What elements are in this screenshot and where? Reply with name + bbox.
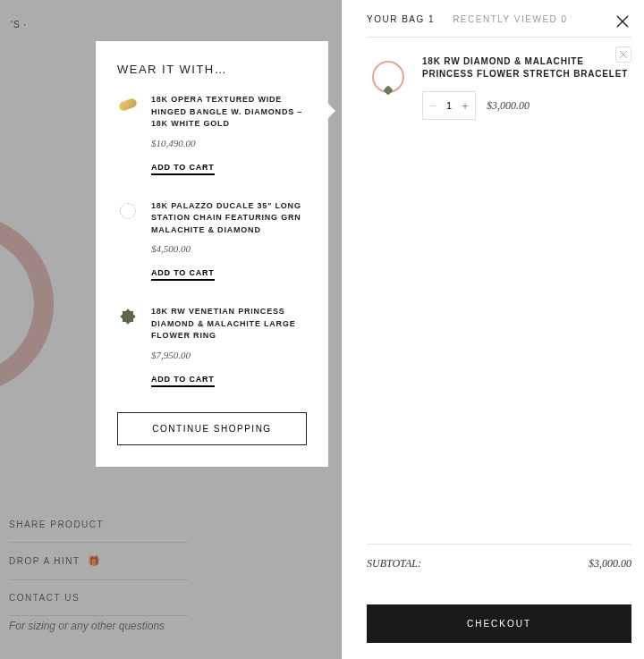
recommendation-thumb xyxy=(117,200,139,222)
wear-it-with-modal: WEAR IT WITH… 18K OPERA TEXTURED WIDE HI… xyxy=(96,41,328,467)
cart-footer: SUBTOTAL: $3,000.00 CHECKOUT xyxy=(367,544,631,643)
flower-ring-icon xyxy=(121,309,136,325)
recommendation-price: $7,950.00 xyxy=(151,350,307,360)
tab-bag-label: YOUR BAG xyxy=(367,14,425,24)
recommendation-thumb xyxy=(117,306,139,327)
modal-arrow xyxy=(328,104,335,118)
cart-drawer: YOUR BAG 1 RECENTLY VIEWED 0 18K RW DIAM… xyxy=(342,0,644,659)
tab-recently-viewed[interactable]: RECENTLY VIEWED 0 xyxy=(453,14,568,26)
cart-item-name: 18K RW DIAMOND & MALACHITE PRINCESS FLOW… xyxy=(422,55,631,80)
recommendation-item: 18K PALAZZO DUCALE 35" LONG STATION CHAI… xyxy=(117,200,307,282)
recommendation-item: 18K RW VENETIAN PRINCESS DIAMOND & MALAC… xyxy=(117,306,307,387)
modal-title: WEAR IT WITH… xyxy=(117,63,307,76)
add-to-cart-button[interactable]: ADD TO CART xyxy=(151,163,215,175)
close-cart-button[interactable] xyxy=(614,13,631,30)
close-icon xyxy=(620,51,627,58)
recommendation-name: 18K PALAZZO DUCALE 35" LONG STATION CHAI… xyxy=(151,200,307,237)
recommendation-thumb xyxy=(117,94,139,115)
tab-your-bag[interactable]: YOUR BAG 1 xyxy=(367,14,435,26)
tab-recent-label: RECENTLY VIEWED xyxy=(453,14,557,24)
remove-item-button[interactable] xyxy=(615,46,631,63)
bangle-icon xyxy=(118,97,138,112)
subtotal-label: SUBTOTAL: xyxy=(367,557,421,570)
recommendation-name: 18K RW VENETIAN PRINCESS DIAMOND & MALAC… xyxy=(151,306,307,342)
add-to-cart-button[interactable]: ADD TO CART xyxy=(151,375,215,387)
quantity-stepper: − 1 + xyxy=(422,91,476,120)
recommendation-item: 18K OPERA TEXTURED WIDE HINGED BANGLE W.… xyxy=(117,94,307,175)
cart-line-item: 18K RW DIAMOND & MALACHITE PRINCESS FLOW… xyxy=(367,38,631,138)
recommendation-name: 18K OPERA TEXTURED WIDE HINGED BANGLE W.… xyxy=(151,94,307,131)
cart-item-price: $3,000.00 xyxy=(487,99,530,113)
close-icon xyxy=(616,15,629,28)
cart-tabs: YOUR BAG 1 RECENTLY VIEWED 0 xyxy=(367,14,631,38)
subtotal-row: SUBTOTAL: $3,000.00 xyxy=(367,557,631,570)
recommendation-price: $4,500.00 xyxy=(151,243,307,254)
qty-decrease-button[interactable]: − xyxy=(423,92,443,119)
qty-increase-button[interactable]: + xyxy=(455,92,475,119)
subtotal-value: $3,000.00 xyxy=(589,557,631,570)
add-to-cart-button[interactable]: ADD TO CART xyxy=(151,268,215,281)
cart-item-thumb xyxy=(367,55,410,98)
continue-shopping-button[interactable]: CONTINUE SHOPPING xyxy=(117,412,307,445)
tab-recent-count: 0 xyxy=(562,14,568,24)
bracelet-icon xyxy=(372,61,404,93)
tab-bag-count: 1 xyxy=(428,14,435,24)
recommendation-price: $10,490.00 xyxy=(151,138,307,148)
checkout-button[interactable]: CHECKOUT xyxy=(367,604,631,643)
qty-value: 1 xyxy=(443,100,455,111)
chain-icon xyxy=(120,203,136,219)
